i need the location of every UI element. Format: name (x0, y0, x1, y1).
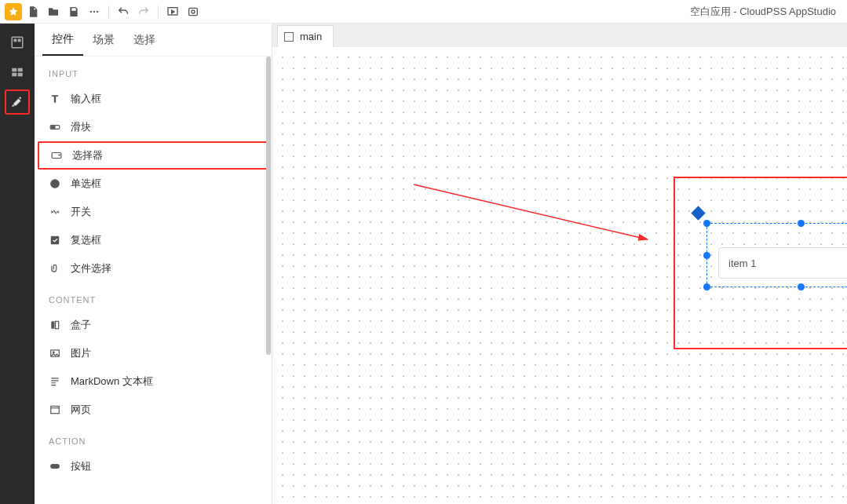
checkbox-icon (49, 235, 61, 246)
widget-label: 盒子 (71, 318, 91, 332)
canvas-tab-label: main (300, 31, 322, 42)
resize-handle-bl[interactable] (703, 283, 710, 290)
switch-icon (49, 206, 61, 217)
widget-label: 滑块 (71, 120, 91, 134)
widget-label: 输入框 (71, 92, 101, 106)
widget-label: 开关 (71, 205, 91, 219)
slider-icon (49, 122, 61, 133)
button-icon (49, 461, 61, 472)
window-title: 空白应用 - CloudPSS AppStudio (203, 5, 842, 19)
svg-rect-6 (12, 37, 23, 48)
resize-handle-tm[interactable] (798, 220, 805, 227)
undo-icon[interactable] (114, 2, 133, 21)
selector-icon (50, 150, 63, 161)
section-content: CONTENT (35, 283, 272, 311)
preview-icon[interactable] (163, 2, 182, 21)
svg-rect-4 (189, 8, 198, 15)
widget-label: 图片 (71, 346, 91, 360)
page-icon (284, 32, 294, 42)
widgets-panel: 控件 场景 选择 INPUT 输入框 滑块 选择器 单选框 开关 复选框 文件选… (35, 24, 272, 504)
svg-rect-14 (51, 126, 55, 128)
canvas-tabstrip: main (272, 24, 847, 47)
widget-webpage[interactable]: 网页 (35, 396, 272, 424)
widget-box[interactable]: 盒子 (35, 311, 272, 339)
widget-label: 单选框 (71, 177, 101, 191)
svg-rect-11 (12, 73, 16, 77)
panel-tabs: 控件 场景 选择 (35, 24, 272, 57)
resize-handle-bm[interactable] (798, 283, 805, 290)
file-icon (49, 263, 61, 274)
svg-rect-7 (14, 39, 17, 42)
tab-widgets[interactable]: 控件 (42, 24, 83, 56)
svg-point-0 (90, 10, 92, 12)
left-rail (0, 24, 35, 504)
markdown-icon (49, 376, 61, 387)
radio-icon (49, 178, 61, 189)
open-folder-icon[interactable] (44, 2, 63, 21)
widget-label: 选择器 (72, 148, 103, 163)
tab-scenes[interactable]: 场景 (83, 24, 124, 56)
text-input-icon (49, 93, 61, 104)
svg-rect-8 (18, 39, 21, 42)
more-icon[interactable] (85, 2, 104, 21)
svg-rect-10 (18, 68, 23, 72)
section-input: INPUT (35, 57, 272, 85)
selector-component[interactable]: item 1 (718, 247, 847, 279)
widget-image[interactable]: 图片 (35, 339, 272, 367)
widget-button[interactable]: 按钮 (35, 452, 272, 480)
widget-label: 复选框 (71, 233, 101, 247)
rail-layout-icon[interactable] (5, 30, 30, 55)
svg-point-5 (192, 10, 195, 13)
svg-rect-12 (18, 73, 23, 77)
app-logo[interactable] (5, 3, 22, 20)
widget-label: 文件选择 (71, 261, 111, 276)
svg-rect-19 (51, 321, 54, 328)
webpage-icon (49, 404, 61, 415)
settings-icon[interactable] (184, 2, 203, 21)
widget-input-box[interactable]: 输入框 (35, 85, 272, 113)
svg-rect-23 (51, 406, 60, 413)
widget-markdown[interactable]: MarkDown 文本框 (35, 367, 272, 396)
rail-tools-icon[interactable] (5, 89, 30, 115)
widget-radio[interactable]: 单选框 (35, 170, 272, 198)
svg-point-22 (53, 352, 54, 353)
resize-handle-tl[interactable] (703, 220, 710, 227)
svg-point-17 (51, 180, 60, 188)
widget-switch[interactable]: 开关 (35, 198, 272, 226)
selector-value: item 1 (728, 257, 756, 269)
svg-rect-9 (12, 68, 16, 72)
widget-label: MarkDown 文本框 (71, 374, 153, 389)
new-file-icon[interactable] (24, 2, 42, 21)
svg-point-1 (93, 10, 95, 12)
widget-slider[interactable]: 滑块 (35, 113, 272, 141)
topbar-actions (5, 2, 203, 21)
widget-checkbox[interactable]: 复选框 (35, 226, 272, 254)
tab-select[interactable]: 选择 (124, 24, 165, 56)
widget-selector[interactable]: 选择器 (38, 141, 268, 170)
save-icon[interactable] (64, 2, 83, 21)
scrollbar[interactable] (266, 57, 271, 355)
canvas-tab-main[interactable]: main (277, 25, 334, 47)
widget-label: 网页 (71, 403, 91, 417)
canvas-area: main item 1 (272, 24, 847, 504)
section-action: ACTION (35, 424, 272, 452)
widget-label: 按钮 (71, 459, 91, 473)
resize-handle-ml[interactable] (703, 252, 710, 259)
widget-file-select[interactable]: 文件选择 (35, 254, 272, 283)
image-icon (49, 348, 61, 359)
svg-point-2 (97, 10, 98, 12)
topbar: 空白应用 - CloudPSS AppStudio (0, 0, 847, 24)
box-icon (49, 320, 61, 331)
svg-rect-24 (51, 465, 60, 469)
svg-rect-20 (56, 321, 59, 328)
redo-icon[interactable] (134, 2, 153, 21)
rail-assets-icon[interactable] (5, 60, 30, 85)
svg-rect-18 (51, 236, 60, 245)
